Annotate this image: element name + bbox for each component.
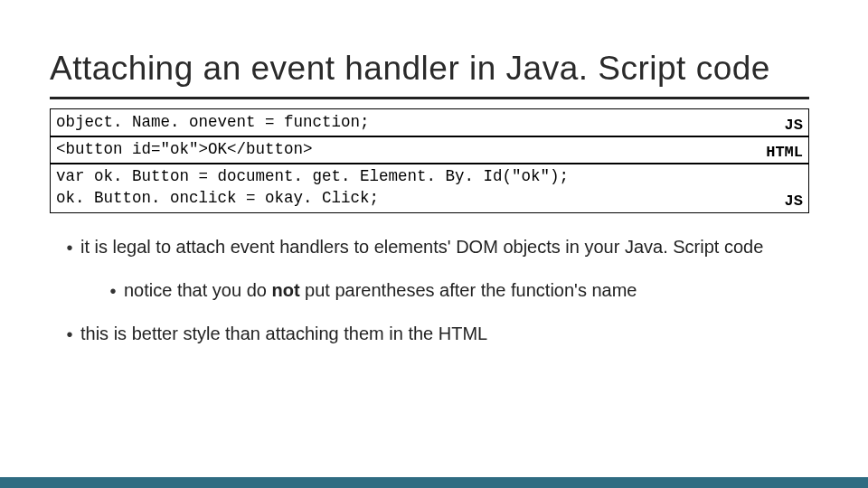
slide-footer-bar xyxy=(0,477,868,488)
bullet-post: put parentheses after the function's nam… xyxy=(300,280,637,300)
lang-tag: JS xyxy=(785,192,803,210)
bullet-dot-icon: • xyxy=(59,235,80,260)
bullet-list: • it is legal to attach event handlers t… xyxy=(50,235,818,347)
code-line: var ok. Button = document. get. Element.… xyxy=(51,164,808,211)
bullet-pre: notice that you do xyxy=(124,280,271,300)
bullet-item: • this is better style than attaching th… xyxy=(59,322,818,347)
bullet-item: • it is legal to attach event handlers t… xyxy=(59,235,818,260)
code-block-2: <button id="ok">OK</button> HTML xyxy=(50,136,809,164)
bullet-text: this is better style than attaching them… xyxy=(80,322,487,347)
bullet-dot-icon: • xyxy=(59,322,80,347)
bullet-text: notice that you do not put parentheses a… xyxy=(124,278,637,304)
bullet-dot-icon: • xyxy=(102,278,124,304)
code-block-1: object. Name. onevent = function; JS xyxy=(50,108,809,137)
slide-title: Attaching an event handler in Java. Scri… xyxy=(50,50,818,88)
code-line: object. Name. onevent = function; xyxy=(51,109,808,136)
bullet-bold: not xyxy=(271,280,299,300)
lang-tag: HTML xyxy=(766,144,803,161)
lang-tag: JS xyxy=(785,117,803,134)
code-line: <button id="ok">OK</button> xyxy=(51,136,808,164)
code-block-3: var ok. Button = document. get. Element.… xyxy=(50,163,809,212)
bullet-item-sub: • notice that you do not put parentheses… xyxy=(102,278,818,304)
title-divider xyxy=(50,97,809,99)
bullet-text: it is legal to attach event handlers to … xyxy=(80,235,763,260)
